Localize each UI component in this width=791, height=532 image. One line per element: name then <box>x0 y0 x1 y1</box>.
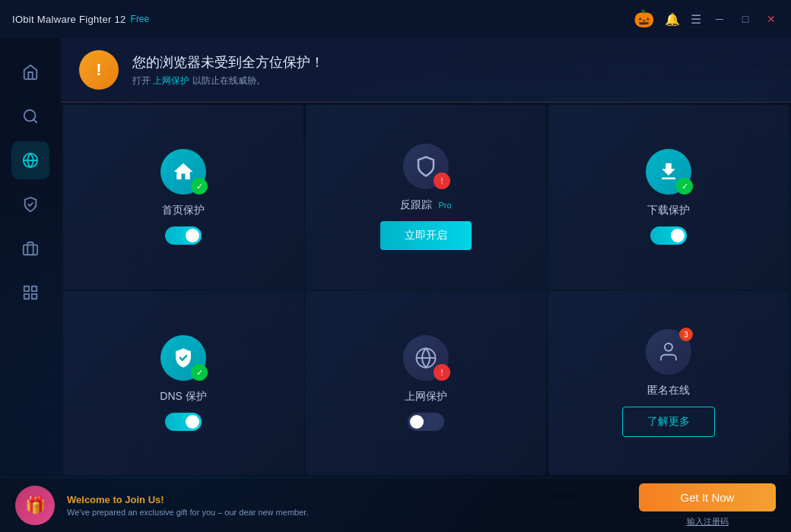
feature-card-dns: ✓ DNS 保护 <box>63 291 303 475</box>
webguard-label: 上网保护 <box>405 390 447 404</box>
antitrack-cta-button[interactable]: 立即开启 <box>380 221 472 250</box>
homepage-toggle[interactable] <box>165 226 202 245</box>
download-toggle[interactable] <box>650 226 687 245</box>
feature-card-anon: 3 匿名在线 了解更多 <box>548 291 789 475</box>
download-badge: ✓ <box>676 178 693 195</box>
dns-label: DNS 保护 <box>160 390 206 404</box>
pro-badge: Pro <box>438 201 451 210</box>
dns-badge: ✓ <box>191 364 208 381</box>
feature-card-webguard: ! 上网保护 <box>306 291 546 475</box>
feature-card-homepage: ✓ 首页保护 <box>63 105 303 289</box>
homepage-icon-wrap: ✓ <box>160 149 206 195</box>
webguard-toggle[interactable] <box>408 413 444 431</box>
anon-badge-num: 3 <box>679 328 693 341</box>
dns-icon-wrap: ✓ <box>160 335 206 381</box>
download-icon-wrap: ✓ <box>646 149 691 195</box>
anon-label: 匿名在线 <box>647 384 690 397</box>
homepage-label: 首页保护 <box>162 204 205 217</box>
homepage-badge: ✓ <box>191 178 208 195</box>
anon-icon-wrap: 3 <box>646 329 691 375</box>
feature-card-antitrack: ! 反跟踪 Pro 立即开启 <box>306 105 546 289</box>
antitrack-icon-wrap: ! <box>403 144 449 189</box>
webguard-icon-wrap: ! <box>403 335 449 381</box>
antitrack-badge: ! <box>434 173 450 189</box>
antitrack-label: 反跟踪 Pro <box>400 198 451 212</box>
webguard-badge: ! <box>434 364 450 381</box>
svg-point-13 <box>665 344 672 351</box>
feature-card-download: ✓ 下载保护 <box>548 105 789 289</box>
app-window: IObit Malware Fighter 12 Free 🎃 🔔 ☰ ─ □ … <box>0 0 791 532</box>
download-label: 下载保护 <box>647 204 690 217</box>
anon-cta-button[interactable]: 了解更多 <box>622 407 715 437</box>
dns-toggle[interactable] <box>165 413 202 431</box>
